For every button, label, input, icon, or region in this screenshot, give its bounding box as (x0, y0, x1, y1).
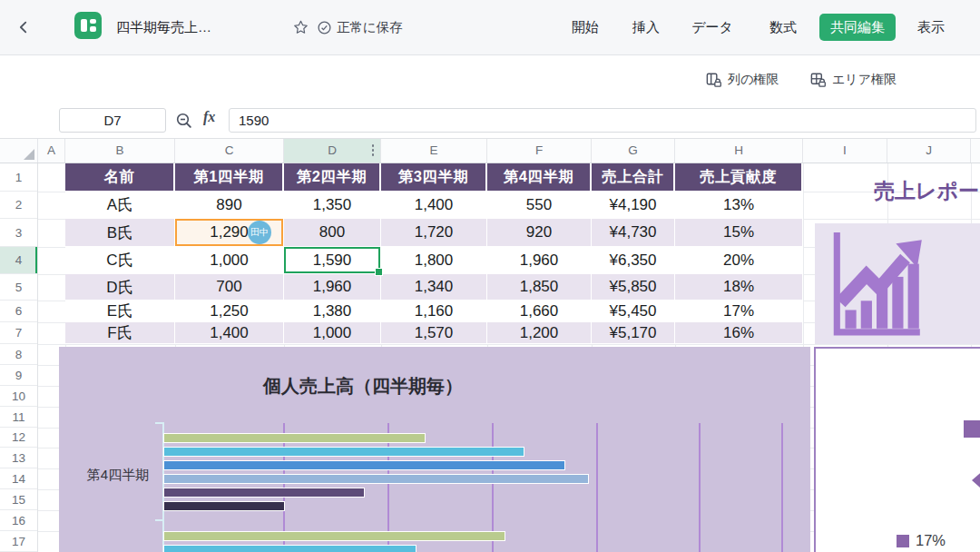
row-header-3[interactable]: 3 (0, 219, 37, 247)
star-icon[interactable] (292, 19, 309, 36)
table-cell[interactable]: F氏 (65, 322, 175, 344)
table-cell[interactable]: 1,590 (284, 247, 381, 274)
sheets-app-icon[interactable] (74, 12, 102, 39)
table-cell[interactable]: E氏 (65, 301, 175, 322)
growth-chart-image[interactable] (815, 223, 980, 344)
row-header-11[interactable]: 11 (0, 407, 37, 428)
table-cell[interactable]: 890 (175, 192, 284, 219)
table-cell[interactable]: 20% (675, 247, 803, 274)
table-cell[interactable]: 1,850 (487, 274, 592, 301)
column-header-B[interactable]: B (65, 138, 175, 163)
table-cell[interactable]: 1,200 (487, 322, 592, 344)
table-cell[interactable]: 550 (487, 192, 592, 219)
menu-icon[interactable] (42, 20, 62, 34)
table-cell[interactable]: 1,400 (381, 192, 487, 219)
cell-reference-box[interactable]: D7 (59, 108, 166, 133)
table-cell[interactable]: 1,250 (175, 301, 284, 322)
row-header-4[interactable]: 4 (0, 247, 37, 274)
fill-handle[interactable] (375, 268, 383, 276)
table-cell[interactable]: C氏 (65, 247, 175, 274)
fx-icon[interactable]: fx (203, 109, 215, 125)
bar-chart[interactable]: 個人売上高（四半期毎） 第4四半期第3四半期 (59, 347, 810, 552)
table-cell[interactable]: ¥5,850 (592, 274, 675, 301)
table-cell[interactable]: B氏 (65, 219, 175, 247)
column-header-A[interactable]: A (38, 138, 65, 163)
table-cell[interactable]: 1,660 (487, 301, 592, 322)
row-header-14[interactable]: 14 (0, 468, 37, 489)
row-header-16[interactable]: 16 (0, 510, 37, 531)
table-cell[interactable]: 700 (175, 274, 284, 301)
table-cell[interactable]: 1,000 (175, 247, 284, 274)
table-header-cell[interactable]: 売上合計 (592, 163, 675, 192)
column-header-J[interactable]: J (887, 138, 971, 163)
pie-chart-card[interactable]: 17% (814, 347, 980, 552)
spreadsheet-canvas[interactable]: 1234567891011121314151617 名前第1四半期第2四半期第3… (0, 163, 980, 552)
table-cell[interactable]: 1,160 (381, 301, 487, 322)
corner-triangle-icon (24, 149, 34, 160)
table-cell[interactable]: 1,340 (381, 274, 487, 301)
column-header-E[interactable]: E (381, 138, 487, 163)
column-permission-button[interactable]: 列の権限 (705, 54, 779, 104)
table-cell[interactable]: 15% (675, 219, 803, 247)
table-cell[interactable]: ¥5,450 (592, 301, 675, 322)
column-header-G[interactable]: G (592, 138, 675, 163)
table-header-cell[interactable]: 第1四半期 (175, 163, 284, 192)
table-cell[interactable]: 1,400 (175, 322, 284, 344)
row-header-13[interactable]: 13 (0, 448, 37, 468)
table-cell[interactable]: 16% (675, 322, 803, 344)
table-cell[interactable]: 1,570 (381, 322, 487, 344)
table-cell[interactable]: 13% (675, 192, 803, 219)
table-cell[interactable]: D氏 (65, 274, 175, 301)
table-cell[interactable]: ¥6,350 (592, 247, 675, 274)
table-cell[interactable]: ¥4,190 (592, 192, 675, 219)
row-header-7[interactable]: 7 (0, 322, 37, 344)
table-cell[interactable]: 800 (284, 219, 381, 247)
collaborate-button[interactable]: 共同編集 (819, 14, 896, 41)
row-header-1[interactable]: 1 (0, 163, 37, 192)
table-cell[interactable]: A氏 (65, 192, 175, 219)
row-header-8[interactable]: 8 (0, 344, 37, 365)
menu-data[interactable]: データ (691, 0, 733, 54)
column-header-I[interactable]: I (803, 138, 887, 163)
back-icon[interactable] (15, 18, 32, 36)
table-cell[interactable]: 1,960 (284, 274, 381, 301)
menu-insert[interactable]: 挿入 (632, 0, 660, 54)
row-header-15[interactable]: 15 (0, 489, 37, 510)
table-cell[interactable]: 1,290田中 (175, 219, 284, 247)
table-cell[interactable]: 1,380 (284, 301, 381, 322)
table-cell[interactable]: 1,800 (381, 247, 487, 274)
row-header-2[interactable]: 2 (0, 192, 37, 219)
table-header-cell[interactable]: 第4四半期 (487, 163, 592, 192)
row-header-5[interactable]: 5 (0, 274, 37, 301)
menu-start[interactable]: 開始 (572, 0, 599, 54)
formula-input[interactable]: 1590 (229, 108, 976, 133)
row-header-10[interactable]: 10 (0, 386, 37, 407)
row-header-6[interactable]: 6 (0, 301, 37, 322)
column-header-F[interactable]: F (487, 138, 592, 163)
table-cell[interactable]: 17% (675, 301, 803, 322)
column-header-H[interactable]: H (675, 138, 803, 163)
column-header-D[interactable]: D (284, 138, 381, 163)
row-header-17[interactable]: 17 (0, 531, 37, 552)
table-header-cell[interactable]: 第2四半期 (284, 163, 381, 192)
row-header-9[interactable]: 9 (0, 365, 37, 386)
table-cell[interactable]: ¥5,170 (592, 322, 675, 344)
table-cell[interactable]: ¥4,730 (592, 219, 675, 247)
menu-formula[interactable]: 数式 (769, 0, 797, 54)
table-cell[interactable]: 1,960 (487, 247, 592, 274)
table-cell[interactable]: 920 (487, 219, 592, 247)
table-cell[interactable]: 18% (675, 274, 803, 301)
table-cell[interactable]: 1,350 (284, 192, 381, 219)
row-header-12[interactable]: 12 (0, 428, 37, 448)
menu-view[interactable]: 表示 (917, 0, 945, 54)
select-all-corner[interactable] (0, 138, 38, 163)
table-cell[interactable]: 1,000 (284, 322, 381, 344)
table-cell[interactable]: 1,720 (381, 219, 487, 247)
table-header-cell[interactable]: 第3四半期 (381, 163, 487, 192)
column-header-C[interactable]: C (175, 138, 284, 163)
table-header-cell[interactable]: 売上貢献度 (675, 163, 803, 192)
table-header-cell[interactable]: 名前 (65, 163, 175, 192)
column-menu-icon[interactable] (372, 144, 375, 156)
area-permission-button[interactable]: エリア権限 (809, 54, 897, 104)
zoom-icon[interactable] (174, 111, 194, 134)
